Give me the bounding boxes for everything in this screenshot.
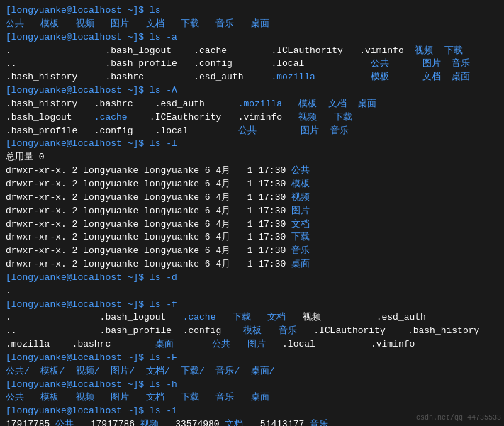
terminal-line-l29: [longyuanke@localhost ~]$ ls -h [6,379,498,392]
terminal: [longyuanke@localhost ~]$ ls公共 模板 视频 图片 … [6,4,498,426]
terminal-line-l5: .. .bash_profile .config .local 公共 图片 音乐 [6,57,498,71]
terminal-line-l9: .bash_logout .cache .ICEauthority .vimin… [6,111,498,125]
terminal-line-l24: . .bash_logout .cache 下载 文档 视频 .esd_auth [6,311,498,325]
terminal-line-l18: drwxr-xr-x. 2 longyuanke longyuanke 6 4月… [6,231,498,245]
terminal-line-l1: [longyuanke@localhost ~]$ ls [6,4,498,18]
terminal-line-l23: [longyuanke@localhost ~]$ ls -f [6,298,498,312]
terminal-line-l8: .bash_history .bashrc .esd_auth .mozilla… [6,98,498,111]
terminal-line-l26: .mozilla .bashrc 桌面 公共 图片 .local .viminf… [6,338,498,352]
terminal-line-l16: drwxr-xr-x. 2 longyuanke longyuanke 6 4月… [6,205,498,218]
terminal-line-l20: drwxr-xr-x. 2 longyuanke longyuanke 6 4月… [6,258,498,271]
terminal-line-l30: 公共 模板 视频 图片 文档 下载 音乐 桌面 [6,391,498,405]
terminal-line-l19: drwxr-xr-x. 2 longyuanke longyuanke 6 4月… [6,245,498,258]
terminal-line-l12: 总用量 0 [6,151,498,164]
terminal-line-l13: drwxr-xr-x. 2 longyuanke longyuanke 6 4月… [6,164,498,178]
terminal-line-l7: [longyuanke@localhost ~]$ ls -A [6,84,498,98]
terminal-line-l25: .. .bash_profile .config 模板 音乐 .ICEautho… [6,325,498,338]
terminal-line-l15: drwxr-xr-x. 2 longyuanke longyuanke 6 4月… [6,191,498,205]
terminal-line-l3: [longyuanke@localhost ~]$ ls -a [6,31,498,45]
terminal-line-l11: [longyuanke@localhost ~]$ ls -l [6,138,498,151]
terminal-line-l22: . [6,285,498,298]
terminal-line-l6: .bash_history .bashrc .esd_auth .mozilla… [6,71,498,84]
terminal-line-l2: 公共 模板 视频 图片 文档 下载 音乐 桌面 [6,18,498,31]
terminal-line-l21: [longyuanke@localhost ~]$ ls -d [6,271,498,285]
terminal-line-l27: [longyuanke@localhost ~]$ ls -F [6,352,498,365]
terminal-line-l28: 公共/ 模板/ 视频/ 图片/ 文档/ 下载/ 音乐/ 桌面/ [6,365,498,379]
terminal-line-l17: drwxr-xr-x. 2 longyuanke longyuanke 6 4月… [6,218,498,232]
terminal-line-l4: . .bash_logout .cache .ICEauthority .vim… [6,45,498,58]
watermark: csdn.net/qq_44735533 [416,413,501,424]
terminal-line-l10: .bash_profile .config .local 公共 图片 音乐 [6,125,498,138]
terminal-line-l14: drwxr-xr-x. 2 longyuanke longyuanke 6 4月… [6,178,498,191]
